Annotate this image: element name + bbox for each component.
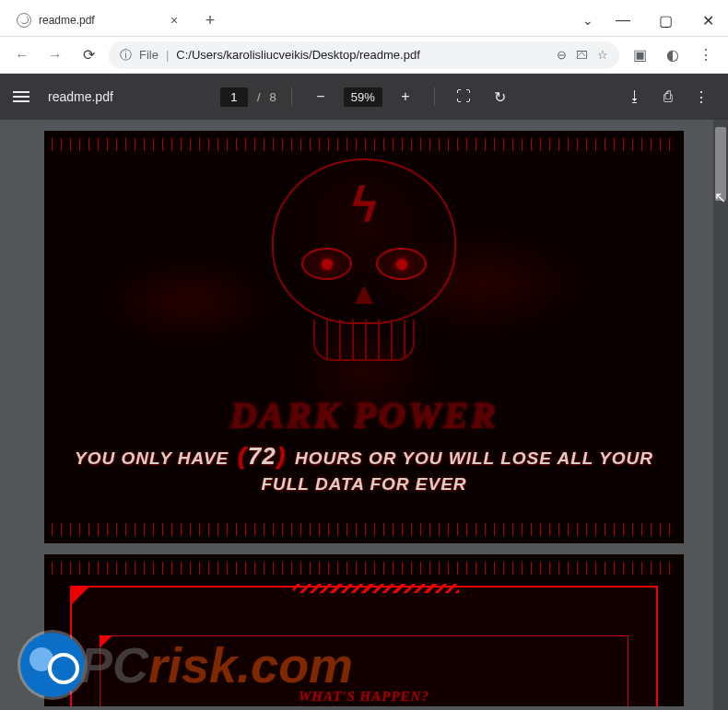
zoom-level[interactable]: 59%: [344, 87, 382, 107]
page2-heading: WHAT'S HAPPEN?: [44, 689, 684, 704]
fit-page-button[interactable]: ⛶: [450, 83, 477, 111]
zoom-out-button[interactable]: −: [307, 83, 335, 111]
zoom-in-button[interactable]: +: [392, 83, 419, 111]
tab-title: readme.pdf: [39, 14, 159, 27]
pdf-filename: readme.pdf: [48, 89, 113, 104]
close-window-button[interactable]: ✕: [687, 6, 728, 35]
site-info-icon[interactable]: ⓘ: [120, 47, 132, 64]
close-tab-icon[interactable]: ×: [166, 13, 182, 28]
forward-button[interactable]: →: [42, 42, 68, 68]
pdf-center-controls: 1 / 8 − 59% + ⛶ ↻: [220, 83, 514, 111]
back-button[interactable]: ←: [9, 42, 35, 68]
profile-icon[interactable]: ◐: [660, 42, 686, 68]
globe-icon: [17, 13, 31, 28]
share-icon[interactable]: ⮹: [576, 48, 588, 62]
address-bar[interactable]: ⓘ File | C:/Users/karolisliucveikis/Desk…: [109, 41, 619, 69]
pdf-page-1: ϟ DARK POWER YOU ONLY HAVE 72 HOURS OR Y…: [44, 131, 684, 543]
separator: [291, 87, 292, 106]
document-title: DARK POWER: [44, 393, 684, 436]
ruler-top: [52, 562, 676, 575]
download-button[interactable]: ⭳: [621, 83, 649, 111]
pdf-right-controls: ⭳ ⎙ ⋮: [621, 83, 715, 111]
ruler-top: [52, 138, 676, 151]
warning-text: YOU ONLY HAVE 72 HOURS OR YOU WILL LOSE …: [44, 439, 684, 497]
new-tab-button[interactable]: +: [197, 7, 223, 33]
mouse-cursor-icon: ↖: [714, 189, 726, 206]
file-chip-label: File: [139, 48, 159, 62]
hamburger-menu-icon[interactable]: [13, 91, 29, 102]
extensions-icon[interactable]: ▣: [627, 42, 652, 68]
skull-eye-right: [376, 248, 427, 280]
reload-button[interactable]: ⟳: [76, 42, 101, 68]
page-number-input[interactable]: 1: [220, 87, 248, 107]
find-icon[interactable]: ⊖: [557, 48, 567, 62]
url-text: C:/Users/karolisliucveikis/Desktop/readm…: [176, 48, 419, 62]
pdf-menu-button[interactable]: ⋮: [687, 83, 715, 111]
warning-pre: YOU ONLY HAVE: [75, 448, 229, 468]
maximize-button[interactable]: ▢: [645, 6, 686, 35]
vertical-scrollbar[interactable]: [713, 120, 728, 710]
skull-eye-left: [301, 248, 352, 280]
skull-jaw: [313, 320, 415, 361]
browser-menu-icon[interactable]: ⋮: [693, 42, 719, 68]
window-controls: ⌄ — ▢ ✕: [582, 6, 728, 35]
separator: [434, 87, 435, 106]
pdf-toolbar: readme.pdf 1 / 8 − 59% + ⛶ ↻ ⭳ ⎙ ⋮: [0, 74, 728, 120]
bookmark-star-icon[interactable]: ☆: [597, 48, 608, 62]
warning-post: HOURS OR YOU WILL LOSE ALL YOUR FULL DAT…: [261, 448, 652, 494]
print-button[interactable]: ⎙: [654, 83, 682, 111]
page-separator: /: [257, 90, 261, 104]
rotate-button[interactable]: ↻: [487, 83, 514, 111]
ruler-bottom: [52, 523, 676, 536]
warning-hours: 72: [234, 439, 289, 472]
address-bar-actions: ⊖ ⮹ ☆: [557, 48, 608, 62]
window-titlebar: readme.pdf × + ⌄ — ▢ ✕: [0, 0, 728, 37]
minimize-button[interactable]: —: [603, 6, 643, 35]
skull-nose: [355, 285, 373, 304]
lightning-bolt-icon: ϟ: [349, 179, 380, 232]
browser-tab[interactable]: readme.pdf ×: [7, 6, 192, 35]
skull-graphic: ϟ: [235, 158, 493, 398]
hatch-decor: [293, 584, 459, 593]
page-total: 8: [270, 90, 276, 104]
pdf-viewport: ϟ DARK POWER YOU ONLY HAVE 72 HOURS OR Y…: [0, 120, 728, 710]
browser-toolbar: ← → ⟳ ⓘ File | C:/Users/karolisliucveiki…: [0, 37, 728, 74]
pdf-page-2: WHAT'S HAPPEN?: [44, 554, 684, 706]
tab-search-icon[interactable]: ⌄: [582, 13, 593, 28]
